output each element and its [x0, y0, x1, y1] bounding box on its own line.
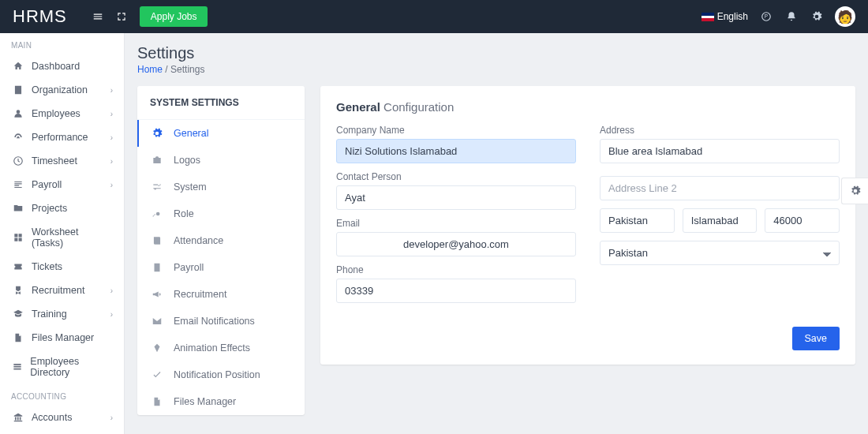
- sidebar-item-files-manager[interactable]: Files Manager: [0, 326, 124, 350]
- settings-nav-attendance[interactable]: Attendance: [137, 227, 305, 254]
- folder-icon: [11, 203, 25, 214]
- panel-title: General Configuration: [336, 100, 840, 114]
- sidebar-item-payroll-settings[interactable]: Payroll Settings: [0, 429, 124, 434]
- contact-person-label: Contact Person: [336, 171, 576, 182]
- chevron-right-icon: ›: [110, 181, 113, 189]
- stack-icon: [11, 361, 24, 372]
- floating-settings-icon[interactable]: [841, 178, 868, 204]
- settings-nav-email-notifications[interactable]: Email Notifications: [137, 308, 305, 335]
- settings-nav-label: Notification Position: [174, 369, 260, 380]
- help-icon[interactable]: P: [759, 9, 773, 24]
- svg-text:P: P: [765, 13, 768, 19]
- gear-icon: [152, 128, 167, 139]
- settings-panel: General Configuration Company Name Conta…: [320, 86, 855, 365]
- settings-nav-label: Role: [174, 208, 194, 219]
- cap-icon: [11, 309, 25, 320]
- sidebar-item-timesheet[interactable]: Timesheet›: [0, 149, 124, 173]
- check-icon: [152, 369, 167, 380]
- page-title: Settings: [137, 44, 855, 62]
- settings-nav-logos[interactable]: Logos: [137, 147, 305, 174]
- sidebar: MAIN DashboardOrganization›Employees›Per…: [0, 33, 125, 434]
- chevron-right-icon: ›: [110, 110, 113, 118]
- sidebar-item-label: Timesheet: [32, 155, 77, 166]
- language-label: English: [717, 11, 748, 22]
- phone-label: Phone: [336, 264, 576, 275]
- topbar: HRMS Apply Jobs English P 🧑: [0, 0, 868, 33]
- email-label: Email: [336, 218, 576, 229]
- email-input[interactable]: [336, 232, 576, 256]
- sidebar-item-label: Worksheet (Tasks): [32, 226, 113, 249]
- settings-nav-payroll[interactable]: Payroll: [137, 254, 305, 281]
- ticket-icon: [11, 261, 25, 272]
- sidebar-item-label: Tickets: [32, 261, 62, 272]
- settings-nav-general[interactable]: General: [137, 120, 305, 147]
- settings-nav-animation-effects[interactable]: Animation Effects: [137, 335, 305, 361]
- bars-icon: [11, 179, 25, 190]
- sidebar-item-recruitment[interactable]: Recruitment›: [0, 279, 124, 302]
- settings-nav-label: Recruitment: [174, 289, 226, 300]
- sidebar-item-label: Training: [32, 309, 67, 320]
- sidebar-item-label: Employees: [32, 108, 80, 119]
- settings-nav-notification-position[interactable]: Notification Position: [137, 361, 305, 388]
- apply-jobs-button[interactable]: Apply Jobs: [140, 6, 208, 27]
- address-label: Address: [600, 125, 840, 136]
- country-input[interactable]: [600, 208, 675, 233]
- sidebar-item-employees[interactable]: Employees›: [0, 102, 124, 125]
- sidebar-item-organization[interactable]: Organization›: [0, 78, 124, 102]
- brand-logo: HRMS: [13, 6, 67, 27]
- avatar[interactable]: 🧑: [835, 6, 855, 27]
- settings-nav-label: Attendance: [174, 235, 223, 246]
- users-icon: [11, 108, 25, 119]
- horn-icon: [152, 289, 167, 300]
- chevron-right-icon: ›: [110, 133, 113, 142]
- settings-nav-label: Email Notifications: [174, 316, 255, 327]
- sidebar-item-training[interactable]: Training›: [0, 302, 124, 326]
- sidebar-item-performance[interactable]: Performance›: [0, 125, 124, 149]
- country-select[interactable]: Pakistan: [600, 241, 840, 265]
- badge-icon: [11, 285, 25, 296]
- sidebar-item-employees-directory[interactable]: Employees Directory: [0, 350, 124, 384]
- sidebar-item-payroll[interactable]: Payroll›: [0, 173, 124, 196]
- sidebar-item-label: Files Manager: [32, 332, 94, 343]
- chevron-right-icon: ›: [110, 286, 113, 295]
- sidebar-item-label: Performance: [32, 132, 88, 143]
- diamond-icon: [152, 342, 167, 354]
- language-selector[interactable]: English: [702, 11, 748, 22]
- settings-nav-label: Animation Effects: [174, 342, 250, 354]
- zip-input[interactable]: [765, 208, 840, 233]
- settings-nav-head: SYSTEM SETTINGS: [137, 86, 305, 120]
- contact-person-input[interactable]: [336, 185, 576, 210]
- chevron-right-icon: ›: [110, 157, 113, 166]
- bell-icon[interactable]: [784, 9, 799, 24]
- main-content: Settings Home / Settings SYSTEM SETTINGS…: [125, 33, 868, 434]
- sidebar-item-tickets[interactable]: Tickets: [0, 255, 124, 279]
- settings-nav-role[interactable]: Role: [137, 200, 305, 227]
- breadcrumb: Home / Settings: [137, 64, 855, 75]
- settings-nav-system[interactable]: System: [137, 174, 305, 200]
- fullscreen-icon[interactable]: [113, 8, 130, 25]
- address2-input[interactable]: [600, 176, 840, 200]
- company-name-input[interactable]: [336, 139, 576, 163]
- address-input[interactable]: [600, 139, 840, 163]
- city-input[interactable]: [683, 208, 758, 233]
- settings-nav-files-manager[interactable]: Files Manager: [137, 388, 305, 415]
- sidebar-item-dashboard[interactable]: Dashboard: [0, 54, 124, 78]
- company-name-label: Company Name: [336, 125, 576, 136]
- sidebar-item-projects[interactable]: Projects: [0, 196, 124, 220]
- gear-icon[interactable]: [810, 9, 824, 24]
- sidebar-item-worksheet-tasks-[interactable]: Worksheet (Tasks): [0, 220, 124, 255]
- sidebar-heading-accounting: ACCOUNTING: [0, 384, 124, 406]
- sidebar-item-accounts[interactable]: Accounts›: [0, 406, 124, 429]
- book-icon: [152, 235, 167, 246]
- sidebar-item-label: Recruitment: [32, 285, 84, 296]
- settings-nav-label: Files Manager: [174, 396, 236, 407]
- save-button[interactable]: Save: [792, 327, 840, 350]
- breadcrumb-current: Settings: [170, 64, 204, 75]
- breadcrumb-home[interactable]: Home: [137, 64, 163, 75]
- phone-input[interactable]: [336, 279, 576, 303]
- home-icon: [11, 61, 25, 72]
- key-icon: [152, 208, 167, 219]
- menu-toggle-icon[interactable]: [89, 8, 107, 25]
- camera-icon: [152, 155, 167, 166]
- settings-nav-recruitment[interactable]: Recruitment: [137, 281, 305, 308]
